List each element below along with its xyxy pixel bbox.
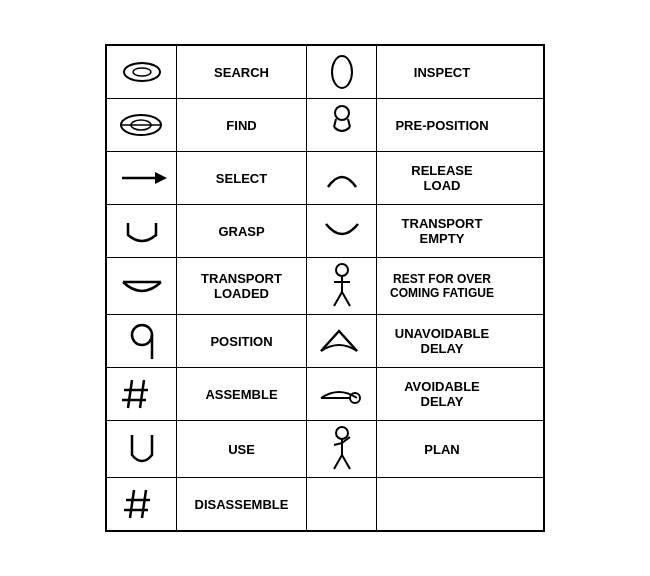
avoidable-delay-icon-cell: [307, 368, 377, 420]
find-icon-cell: [107, 99, 177, 151]
table-row: TRANSPORT LOADED REST FOR OVER COMING FA…: [107, 258, 543, 315]
svg-point-12: [336, 264, 348, 276]
svg-line-27: [334, 443, 342, 445]
plan-label: PLAN: [377, 421, 507, 477]
unavoidable-delay-label: UNAVOIDABLE DELAY: [377, 315, 507, 367]
select-label: SELECT: [177, 152, 307, 204]
svg-point-1: [133, 68, 151, 76]
assemble-icon: [120, 374, 164, 414]
transport-empty-icon: [320, 216, 364, 246]
grasp-icon-cell: [107, 205, 177, 257]
unavoidable-delay-icon-cell: [307, 315, 377, 367]
table-row: USE PLAN: [107, 421, 543, 478]
table-row: ASSEMBLE AVOIDABLE DELAY: [107, 368, 543, 421]
avoidable-delay-icon: [317, 378, 367, 410]
position-icon-cell: [107, 315, 177, 367]
find-label: FIND: [177, 99, 307, 151]
svg-line-8: [348, 119, 350, 127]
svg-line-20: [140, 380, 144, 408]
select-icon-cell: [107, 152, 177, 204]
position-icon: [122, 321, 162, 361]
table-row: DISASSEMBLE: [107, 478, 543, 530]
svg-line-30: [342, 455, 350, 469]
plan-icon-cell: [307, 421, 377, 477]
release-load-icon: [320, 163, 364, 193]
disassemble-label: DISASSEMBLE: [177, 478, 307, 530]
rest-icon-cell: [307, 258, 377, 314]
table-row: GRASP TRANSPORT EMPTY: [107, 205, 543, 258]
search-label: SEARCH: [177, 46, 307, 98]
position-label: POSITION: [177, 315, 307, 367]
table-row: POSITION UNAVOIDABLE DELAY: [107, 315, 543, 368]
table-row: FIND PRE-POSITION: [107, 99, 543, 152]
disassemble-icon-cell: [107, 478, 177, 530]
select-icon: [117, 164, 167, 192]
assemble-label: ASSEMBLE: [177, 368, 307, 420]
svg-line-32: [142, 490, 146, 518]
rest-label: REST FOR OVER COMING FATIGUE: [377, 258, 507, 314]
svg-line-19: [128, 380, 132, 408]
svg-marker-10: [155, 172, 167, 184]
transport-loaded-icon: [117, 270, 167, 302]
svg-point-0: [124, 63, 160, 81]
therbligs-table: SEARCH INSPECT FIND PRE-P: [105, 44, 545, 532]
pre-position-icon: [322, 103, 362, 147]
svg-point-17: [132, 325, 152, 345]
use-icon: [122, 429, 162, 469]
svg-line-7: [334, 119, 336, 127]
pre-position-label: PRE-POSITION: [377, 99, 507, 151]
svg-point-25: [336, 427, 348, 439]
transport-empty-label: TRANSPORT EMPTY: [377, 205, 507, 257]
svg-line-29: [334, 455, 342, 469]
search-icon-cell: [107, 46, 177, 98]
svg-point-2: [332, 56, 352, 88]
grasp-icon: [120, 215, 164, 247]
grasp-label: GRASP: [177, 205, 307, 257]
empty-icon-cell: [307, 478, 377, 530]
avoidable-delay-label: AVOIDABLE DELAY: [377, 368, 507, 420]
table-row: SELECT RELEASE LOAD: [107, 152, 543, 205]
transport-empty-icon-cell: [307, 205, 377, 257]
inspect-label: INSPECT: [377, 46, 507, 98]
svg-point-24: [350, 393, 360, 403]
release-load-label: RELEASE LOAD: [377, 152, 507, 204]
use-icon-cell: [107, 421, 177, 477]
disassemble-icon: [120, 484, 164, 524]
search-icon: [117, 57, 167, 87]
transport-loaded-label: TRANSPORT LOADED: [177, 258, 307, 314]
svg-point-6: [335, 106, 349, 120]
transport-loaded-icon-cell: [107, 258, 177, 314]
table-row: SEARCH INSPECT: [107, 46, 543, 99]
find-icon: [114, 109, 169, 141]
empty-label: [377, 478, 507, 530]
release-load-icon-cell: [307, 152, 377, 204]
inspect-icon: [322, 52, 362, 92]
svg-line-31: [130, 490, 134, 518]
svg-line-16: [342, 292, 350, 306]
unavoidable-delay-icon: [317, 325, 367, 357]
assemble-icon-cell: [107, 368, 177, 420]
inspect-icon-cell: [307, 46, 377, 98]
pre-position-icon-cell: [307, 99, 377, 151]
use-label: USE: [177, 421, 307, 477]
plan-icon: [320, 425, 364, 473]
svg-line-15: [334, 292, 342, 306]
rest-icon: [320, 262, 364, 310]
